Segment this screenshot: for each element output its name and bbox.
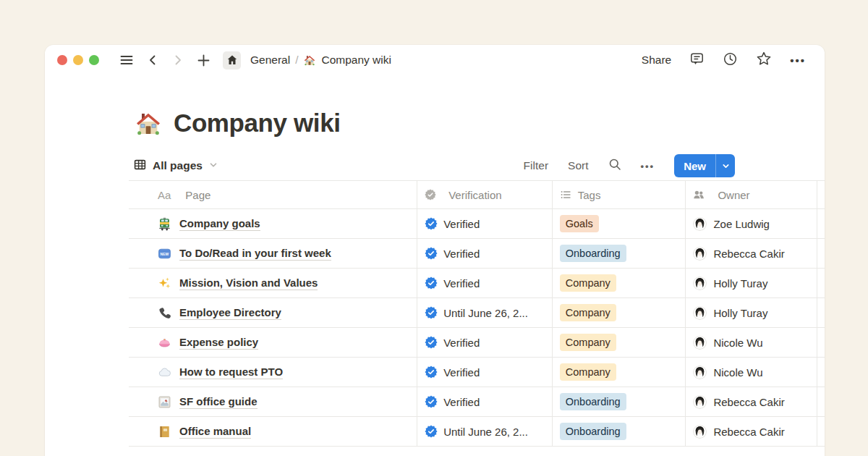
verification-cell[interactable]: Verified (417, 239, 553, 268)
page-cell[interactable]: NEW To Do/Read in your first week (129, 239, 417, 268)
back-icon[interactable] (146, 54, 159, 67)
owner-cell[interactable]: Rebecca Cakir (686, 239, 817, 268)
filter-button[interactable]: Filter (524, 159, 548, 172)
table-row[interactable]: How to request PTO Verified Company Nico… (129, 358, 825, 387)
page-link[interactable]: SF office guide (179, 395, 258, 409)
table-row[interactable]: NEW To Do/Read in your first week Verifi… (129, 239, 825, 269)
owner-cell[interactable]: Holly Turay (686, 269, 817, 297)
tags-cell[interactable]: Onboarding (553, 417, 686, 446)
verification-cell[interactable]: Verified (417, 269, 553, 297)
purse-icon (158, 336, 171, 350)
column-header-owner[interactable]: Owner (686, 181, 817, 208)
tags-cell[interactable]: Onboarding (553, 239, 686, 268)
row-filler (817, 417, 825, 446)
favorite-star-icon[interactable] (756, 51, 772, 69)
tag-pill[interactable]: Goals (560, 215, 599, 232)
verification-cell[interactable]: Verified (417, 328, 553, 357)
column-header-page[interactable]: Aa Page (129, 181, 417, 208)
share-button[interactable]: Share (642, 54, 671, 67)
owner-cell[interactable]: Zoe Ludwig (686, 209, 817, 238)
tags-cell[interactable]: Company (553, 269, 686, 297)
search-icon[interactable] (608, 158, 621, 174)
more-options-icon[interactable]: ••• (790, 54, 806, 67)
verification-text: Verified (443, 277, 480, 290)
close-window-button[interactable] (57, 55, 67, 65)
owner-name: Rebecca Cakir (713, 396, 784, 408)
view-switcher[interactable]: All pages (134, 159, 218, 174)
owner-cell[interactable]: Rebecca Cakir (686, 387, 817, 416)
breadcrumb-separator: / (295, 54, 298, 67)
owner-cell[interactable]: Nicole Wu (686, 328, 817, 357)
table-row[interactable]: Office manual Until June 26, 2... Onboar… (129, 417, 825, 447)
tag-pill[interactable]: Company (560, 334, 616, 351)
verification-cell[interactable]: Verified (417, 209, 553, 238)
owner-cell[interactable]: Nicole Wu (686, 358, 817, 387)
breadcrumb-page[interactable]: Company wiki (321, 54, 391, 67)
column-header-verification[interactable]: Verification (417, 181, 553, 208)
view-options-icon[interactable]: ••• (641, 161, 655, 172)
page-link[interactable]: Company goals (179, 217, 260, 231)
tag-pill[interactable]: Company (560, 363, 616, 381)
table-row[interactable]: Mission, Vision and Values Verified Comp… (129, 269, 825, 298)
sparkles-icon (158, 276, 171, 290)
tags-cell[interactable]: Company (553, 298, 686, 327)
page-link[interactable]: Mission, Vision and Values (179, 276, 318, 290)
tag-pill[interactable]: Onboarding (560, 423, 626, 440)
breadcrumb-workspace[interactable]: General (250, 54, 290, 67)
chevron-down-icon (209, 159, 218, 172)
page-cell[interactable]: Mission, Vision and Values (129, 269, 417, 297)
avatar (693, 366, 707, 379)
tags-cell[interactable]: Company (553, 328, 686, 357)
owner-cell[interactable]: Holly Turay (686, 298, 817, 327)
tag-pill[interactable]: Onboarding (560, 393, 626, 410)
forward-icon[interactable] (171, 54, 184, 67)
updates-clock-icon[interactable] (723, 51, 738, 69)
table-header-row: Aa Page Verification Tags (129, 180, 825, 209)
verification-text: Verified (443, 218, 480, 230)
tags-cell[interactable]: Goals (553, 209, 686, 238)
table-row[interactable]: Employee Directory Until June 26, 2... C… (129, 298, 825, 328)
minimize-window-button[interactable] (73, 55, 83, 65)
verification-cell[interactable]: Until June 26, 2... (417, 298, 553, 327)
page-cell[interactable]: How to request PTO (129, 358, 417, 387)
picture-icon (158, 395, 171, 409)
zoom-window-button[interactable] (89, 55, 99, 65)
page-cell[interactable]: Expense policy (129, 328, 417, 357)
table-row[interactable]: SF office guide Verified Onboarding Rebe… (129, 387, 825, 417)
home-icon[interactable] (223, 51, 241, 69)
column-header-tags[interactable]: Tags (553, 181, 686, 208)
tags-cell[interactable]: Onboarding (553, 387, 686, 416)
page-link[interactable]: How to request PTO (179, 366, 283, 379)
sort-button[interactable]: Sort (568, 159, 588, 172)
row-filler (817, 358, 825, 387)
verification-cell[interactable]: Until June 26, 2... (417, 417, 553, 446)
comments-icon[interactable] (689, 51, 705, 69)
tag-pill[interactable]: Onboarding (560, 245, 626, 262)
verification-text: Verified (443, 396, 480, 408)
page-link[interactable]: Employee Directory (179, 306, 281, 320)
people-icon (693, 189, 705, 200)
page-link[interactable]: Expense policy (179, 336, 258, 350)
verified-badge-icon (425, 366, 438, 379)
new-button[interactable]: New (674, 154, 735, 177)
page-link[interactable]: Office manual (179, 425, 251, 439)
tag-pill[interactable]: Company (560, 304, 616, 321)
view-name: All pages (153, 159, 203, 172)
owner-cell[interactable]: Rebecca Cakir (686, 417, 817, 446)
table-row[interactable]: Company goals Verified Goals Zoe Ludwig (129, 209, 825, 239)
page-cell[interactable]: Employee Directory (129, 298, 417, 327)
page-link[interactable]: To Do/Read in your first week (179, 247, 331, 261)
verification-cell[interactable]: Verified (417, 387, 553, 416)
page-title-text[interactable]: Company wiki (174, 109, 341, 138)
sidebar-menu-icon[interactable] (119, 53, 134, 67)
table-row[interactable]: Expense policy Verified Company Nicole W… (129, 328, 825, 358)
tag-pill[interactable]: Company (560, 274, 616, 292)
new-button-chevron-icon[interactable] (715, 154, 735, 177)
new-button-label[interactable]: New (674, 154, 715, 177)
new-tab-plus-icon[interactable] (197, 54, 210, 67)
page-cell[interactable]: Company goals (129, 209, 417, 238)
page-cell[interactable]: SF office guide (129, 387, 417, 416)
verification-cell[interactable]: Verified (417, 358, 553, 387)
tags-cell[interactable]: Company (553, 358, 686, 387)
page-cell[interactable]: Office manual (129, 417, 417, 446)
